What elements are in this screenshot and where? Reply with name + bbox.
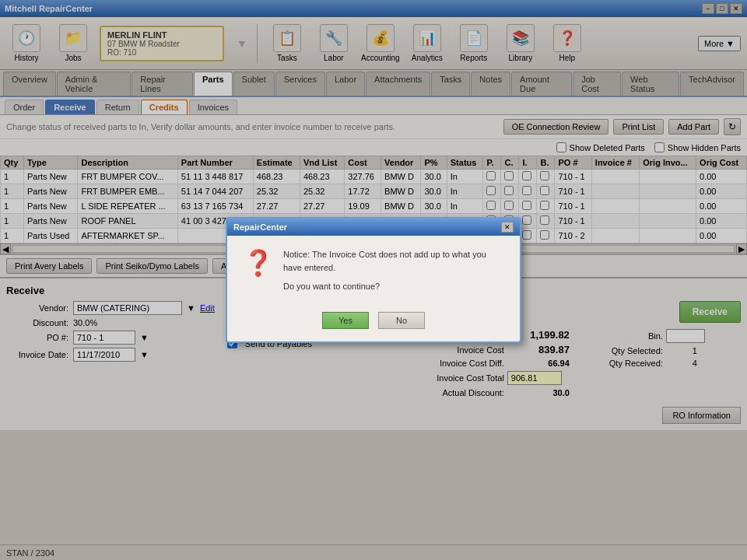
- dialog-title: RepairCenter: [233, 222, 287, 232]
- dialog-yes-button[interactable]: Yes: [322, 312, 369, 329]
- dialog-overlay: RepairCenter ✕ ❓ Notice: The Invoice Cos…: [0, 0, 747, 560]
- dialog-question-icon: ❓: [243, 248, 274, 278]
- dialog: RepairCenter ✕ ❓ Notice: The Invoice Cos…: [226, 217, 521, 343]
- dialog-buttons: Yes No: [227, 306, 520, 341]
- dialog-message: Notice: The Invoice Cost does not add up…: [283, 248, 504, 293]
- dialog-no-button[interactable]: No: [378, 312, 425, 329]
- dialog-body: ❓ Notice: The Invoice Cost does not add …: [227, 236, 520, 306]
- dialog-message-line1: Notice: The Invoice Cost does not add up…: [283, 248, 504, 274]
- dialog-message-line2: Do you want to continue?: [283, 280, 504, 293]
- dialog-title-bar: RepairCenter ✕: [227, 219, 520, 236]
- dialog-close-button[interactable]: ✕: [501, 222, 514, 233]
